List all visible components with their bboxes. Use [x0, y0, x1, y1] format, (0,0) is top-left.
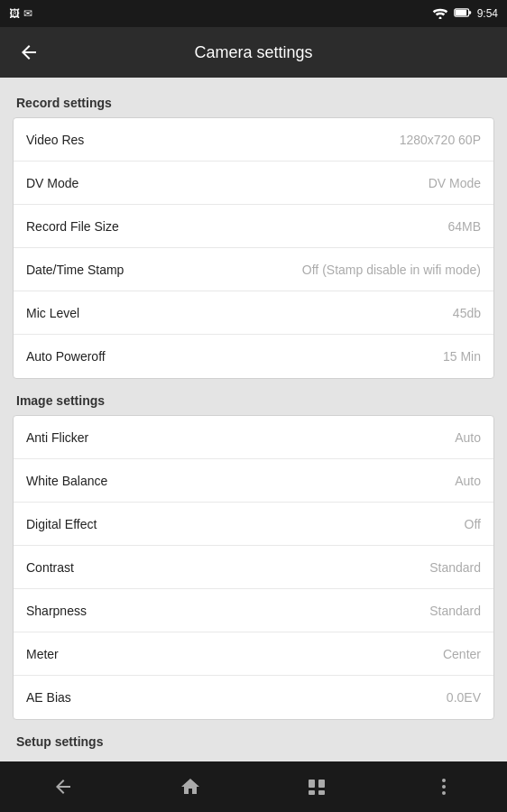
svg-rect-7 [318, 790, 325, 795]
setting-label-image-1: White Balance [26, 474, 107, 488]
setting-value-record-4: 45db [453, 306, 481, 320]
setting-row-record-3[interactable]: Date/Time StampOff (Stamp disable in wif… [14, 248, 493, 291]
setting-row-record-5[interactable]: Auto Poweroff15 Min [14, 335, 493, 378]
svg-point-0 [438, 16, 441, 19]
status-bar-right: 9:54 [432, 6, 498, 22]
setting-label-image-3: Contrast [26, 560, 74, 575]
section-header-record: Record settings [16, 96, 494, 110]
setting-value-record-0: 1280x720 60P [400, 133, 481, 147]
setting-value-record-3: Off (Stamp disable in wifi mode) [302, 263, 481, 277]
setting-label-image-2: Digital Effect [26, 517, 97, 531]
setting-label-record-1: DV Mode [26, 176, 78, 190]
setting-label-record-0: Video Res [26, 133, 84, 147]
svg-rect-5 [318, 780, 325, 788]
wifi-icon [432, 6, 448, 22]
setting-row-image-5[interactable]: MeterCenter [14, 632, 493, 676]
setting-value-image-3: Standard [429, 560, 481, 575]
svg-rect-4 [309, 780, 315, 788]
setting-value-record-1: DV Mode [429, 176, 481, 190]
setting-value-image-5: Center [443, 647, 481, 661]
battery-icon [454, 7, 472, 21]
svg-rect-2 [468, 11, 471, 14]
setting-row-record-0[interactable]: Video Res1280x720 60P [14, 118, 493, 161]
settings-card-record: Video Res1280x720 60PDV ModeDV ModeRecor… [13, 117, 494, 379]
section-header-setup: Setup settings [16, 734, 494, 749]
setting-label-record-2: Record File Size [26, 219, 119, 234]
status-bar-left: 🖼 ✉ [9, 7, 32, 20]
setting-label-record-4: Mic Level [26, 306, 79, 320]
svg-rect-3 [455, 9, 466, 15]
setting-row-image-0[interactable]: Anti FlickerAuto [14, 416, 493, 459]
setting-row-record-1[interactable]: DV ModeDV Mode [14, 161, 493, 205]
page-title: Camera settings [58, 43, 449, 62]
setting-value-image-1: Auto [455, 474, 481, 488]
section-header-image: Image settings [16, 393, 494, 408]
setting-value-record-5: 15 Min [443, 349, 481, 364]
setting-value-image-4: Standard [429, 604, 481, 618]
setting-row-image-6[interactable]: AE Bias0.0EV [14, 676, 493, 719]
setting-value-record-2: 64MB [447, 219, 481, 234]
setting-label-record-5: Auto Poweroff [26, 349, 106, 364]
settings-content: Record settingsVideo Res1280x720 60PDV M… [0, 78, 507, 761]
setting-row-record-4[interactable]: Mic Level45db [14, 291, 493, 335]
nav-menu-button[interactable] [422, 765, 466, 808]
svg-point-9 [442, 785, 446, 789]
svg-rect-6 [309, 790, 315, 795]
setting-label-image-4: Sharpness [26, 604, 87, 618]
setting-value-image-2: Off [465, 517, 481, 531]
setting-row-image-4[interactable]: SharpnessStandard [14, 589, 493, 632]
nav-home-button[interactable] [169, 765, 212, 808]
setting-row-image-2[interactable]: Digital EffectOff [14, 503, 493, 546]
time-display: 9:54 [477, 7, 498, 20]
setting-row-image-3[interactable]: ContrastStandard [14, 546, 493, 589]
email-icon: ✉ [23, 7, 32, 20]
image-icon: 🖼 [9, 7, 20, 20]
setting-label-image-6: AE Bias [26, 690, 71, 705]
nav-bar [0, 761, 507, 812]
setting-row-image-1[interactable]: White BalanceAuto [14, 459, 493, 503]
svg-point-10 [442, 791, 446, 795]
setting-label-image-0: Anti Flicker [26, 430, 88, 445]
setting-row-record-2[interactable]: Record File Size64MB [14, 205, 493, 248]
svg-point-8 [442, 779, 446, 782]
setting-value-image-0: Auto [455, 430, 481, 445]
back-button[interactable] [14, 38, 43, 67]
setting-label-record-3: Date/Time Stamp [26, 263, 124, 277]
status-bar: 🖼 ✉ 9:54 [0, 0, 507, 27]
setting-label-image-5: Meter [26, 647, 59, 661]
settings-card-image: Anti FlickerAutoWhite BalanceAutoDigital… [13, 415, 494, 720]
nav-recent-button[interactable] [295, 765, 338, 808]
nav-back-button[interactable] [41, 765, 85, 808]
setting-value-image-6: 0.0EV [447, 690, 481, 705]
top-bar: Camera settings [0, 27, 507, 78]
